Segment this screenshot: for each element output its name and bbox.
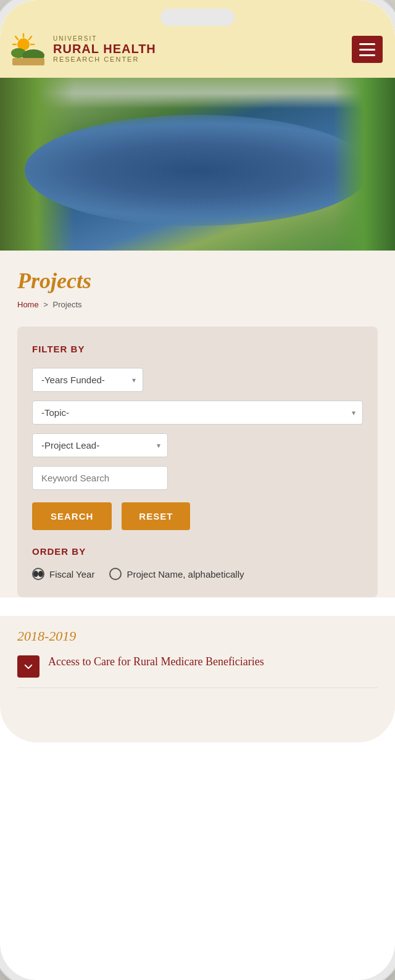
chevron-down-icon (23, 661, 34, 672)
project-item: Access to Care for Rural Medicare Benefi… (17, 654, 378, 688)
page-content: Projects Home > Projects FILTER BY -Year… (0, 251, 395, 597)
breadcrumb: Home > Projects (17, 300, 378, 309)
keyword-search-input[interactable] (32, 466, 168, 490)
order-by-radio-group: Fiscal Year Project Name, alphabetically (32, 568, 363, 580)
bottom-space (0, 718, 395, 742)
years-funded-wrapper: -Years Funded- 2018-2019 2017-2018 2016-… (32, 368, 143, 392)
logo-area: UNIVERSIT RURAL HEALTH RESEARCH CENTER (10, 31, 156, 68)
phone-frame: UNIVERSIT RURAL HEALTH RESEARCH CENTER P… (0, 0, 395, 980)
phone-notch (160, 9, 235, 26)
logo-rural-health: RURAL HEALTH (53, 42, 156, 56)
project-lead-wrapper: -Project Lead- ▾ (32, 433, 168, 457)
logo-text: UNIVERSIT RURAL HEALTH RESEARCH CENTER (53, 35, 156, 63)
radio-project-name-label: Project Name, alphabetically (127, 569, 244, 579)
page-title: Projects (17, 268, 378, 294)
svg-rect-9 (12, 58, 44, 65)
order-by-title: ORDER BY (32, 546, 363, 557)
fiscal-year-label: 2018-2019 (17, 628, 378, 644)
hamburger-line-1 (359, 43, 375, 45)
hero-reeds-right (333, 78, 395, 251)
projects-section: 2018-2019 Access to Care for Rural Medic… (0, 616, 395, 718)
filter-panel: FILTER BY -Years Funded- 2018-2019 2017-… (17, 326, 378, 597)
breadcrumb-home[interactable]: Home (17, 300, 39, 309)
radio-project-name-indicator (109, 568, 122, 580)
hero-image (0, 78, 395, 251)
filter-buttons: SEARCH RESET (32, 502, 363, 530)
phone-screen: UNIVERSIT RURAL HEALTH RESEARCH CENTER P… (0, 0, 395, 742)
project-title-link[interactable]: Access to Care for Rural Medicare Benefi… (48, 654, 264, 670)
breadcrumb-current: Projects (53, 300, 82, 309)
filter-by-title: FILTER BY (32, 344, 363, 354)
radio-project-name[interactable]: Project Name, alphabetically (109, 568, 244, 580)
radio-fiscal-year[interactable]: Fiscal Year (32, 568, 94, 580)
radio-fiscal-year-indicator (32, 568, 44, 580)
breadcrumb-separator: > (43, 300, 48, 309)
topic-wrapper: -Topic- ▾ (32, 401, 363, 425)
radio-fiscal-year-dot (33, 571, 38, 577)
topic-select[interactable]: -Topic- (32, 401, 363, 425)
project-toggle-button[interactable] (17, 655, 40, 678)
logo-icon (10, 31, 47, 68)
logo-university: UNIVERSIT (53, 35, 156, 42)
hamburger-menu-button[interactable] (352, 36, 383, 63)
radio-fiscal-year-label: Fiscal Year (49, 569, 94, 579)
hamburger-line-2 (359, 49, 375, 51)
project-lead-select[interactable]: -Project Lead- (32, 433, 168, 457)
search-button[interactable]: SEARCH (32, 502, 112, 530)
hero-water (25, 115, 370, 226)
years-funded-select[interactable]: -Years Funded- 2018-2019 2017-2018 2016-… (32, 368, 143, 392)
reset-button[interactable]: RESET (122, 502, 190, 530)
hamburger-line-3 (359, 54, 375, 56)
logo-research-center: RESEARCH CENTER (53, 56, 156, 63)
